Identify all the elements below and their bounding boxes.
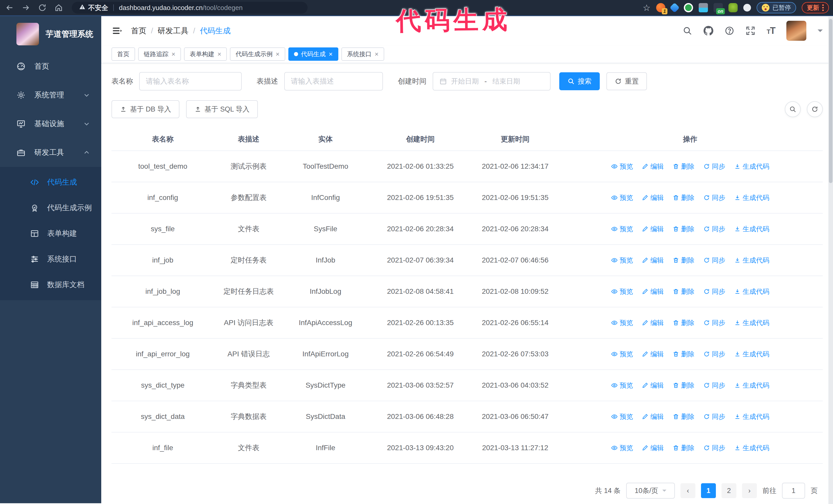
preview-link[interactable]: 预览 bbox=[611, 381, 633, 390]
sync-link[interactable]: 同步 bbox=[703, 412, 725, 421]
fullscreen-icon[interactable] bbox=[745, 26, 755, 35]
delete-link[interactable]: 删除 bbox=[672, 256, 695, 265]
profile-paused-badge[interactable]: 已暂停 bbox=[757, 2, 796, 13]
back-icon[interactable] bbox=[5, 3, 14, 12]
delete-link[interactable]: 删除 bbox=[672, 193, 695, 202]
close-icon[interactable]: × bbox=[217, 51, 221, 57]
refresh-icon[interactable] bbox=[807, 101, 823, 117]
extension-icon[interactable] bbox=[699, 3, 708, 12]
table-name-input[interactable] bbox=[146, 77, 235, 86]
generate-code-link[interactable]: 生成代码 bbox=[734, 224, 769, 234]
sync-link[interactable]: 同步 bbox=[703, 287, 725, 296]
sync-link[interactable]: 同步 bbox=[703, 318, 725, 327]
delete-link[interactable]: 删除 bbox=[672, 443, 695, 453]
extension-icon[interactable]: on bbox=[714, 3, 723, 12]
delete-link[interactable]: 删除 bbox=[672, 224, 695, 234]
edit-link[interactable]: 编辑 bbox=[642, 287, 664, 296]
preview-link[interactable]: 预览 bbox=[611, 412, 633, 421]
preview-link[interactable]: 预览 bbox=[611, 287, 633, 296]
preview-link[interactable]: 预览 bbox=[611, 162, 633, 171]
security-warning[interactable]: 不安全 bbox=[79, 3, 108, 12]
search-button[interactable]: 搜索 bbox=[559, 72, 600, 90]
generate-code-link[interactable]: 生成代码 bbox=[734, 162, 769, 171]
preview-link[interactable]: 预览 bbox=[611, 224, 633, 234]
sidebar-subitem-db-doc[interactable]: 数据库文档 bbox=[0, 272, 101, 297]
browser-update-button[interactable]: 更新 bbox=[802, 2, 829, 13]
forward-icon[interactable] bbox=[22, 3, 30, 12]
delete-link[interactable]: 删除 bbox=[672, 318, 695, 327]
sync-link[interactable]: 同步 bbox=[703, 162, 725, 171]
preview-link[interactable]: 预览 bbox=[611, 443, 633, 453]
user-avatar[interactable] bbox=[786, 21, 806, 41]
sync-link[interactable]: 同步 bbox=[703, 381, 725, 390]
preview-link[interactable]: 预览 bbox=[611, 193, 633, 202]
sidebar-subitem-codegen-demo[interactable]: 代码生成示例 bbox=[0, 195, 101, 221]
sidebar-item-home[interactable]: 首页 bbox=[0, 52, 101, 81]
tab[interactable]: 系统接口 × bbox=[341, 47, 384, 61]
home-icon[interactable] bbox=[54, 3, 63, 12]
preview-link[interactable]: 预览 bbox=[611, 256, 633, 265]
browser-menu-icon[interactable] bbox=[822, 3, 824, 12]
edit-link[interactable]: 编辑 bbox=[642, 162, 664, 171]
extension-icon[interactable] bbox=[729, 3, 738, 12]
tab[interactable]: 首页 bbox=[112, 47, 135, 61]
puzzle-extensions-icon[interactable] bbox=[743, 4, 751, 11]
prev-page-button[interactable]: ‹ bbox=[681, 483, 695, 498]
sidebar-subitem-form-builder[interactable]: 表单构建 bbox=[0, 221, 101, 246]
delete-link[interactable]: 删除 bbox=[672, 162, 695, 171]
page-number-button[interactable]: 1 bbox=[701, 483, 716, 498]
generate-code-link[interactable]: 生成代码 bbox=[734, 443, 769, 453]
delete-link[interactable]: 删除 bbox=[672, 350, 695, 359]
font-size-icon[interactable]: TT bbox=[767, 25, 775, 36]
delete-link[interactable]: 删除 bbox=[672, 381, 695, 390]
edit-link[interactable]: 编辑 bbox=[642, 318, 664, 327]
edit-link[interactable]: 编辑 bbox=[642, 412, 664, 421]
edit-link[interactable]: 编辑 bbox=[642, 350, 664, 359]
tab[interactable]: 代码生成 × bbox=[288, 47, 338, 61]
address-bar[interactable]: 不安全 dashboard.yudao.iocoder.cn /tool/cod… bbox=[72, 2, 308, 14]
close-icon[interactable]: × bbox=[375, 51, 379, 57]
window-scrollbar[interactable] bbox=[828, 17, 833, 504]
preview-link[interactable]: 预览 bbox=[611, 318, 633, 327]
extension-icon[interactable]: 1 bbox=[656, 3, 665, 12]
edit-link[interactable]: 编辑 bbox=[642, 224, 664, 234]
extension-icon[interactable] bbox=[684, 3, 693, 12]
date-range-picker[interactable]: 开始日期 - 结束日期 bbox=[433, 72, 551, 91]
breadcrumb-home[interactable]: 首页 bbox=[131, 26, 146, 36]
sync-link[interactable]: 同步 bbox=[703, 224, 725, 234]
sync-link[interactable]: 同步 bbox=[703, 193, 725, 202]
sidebar-item-system[interactable]: 系统管理 bbox=[0, 81, 101, 110]
close-icon[interactable]: × bbox=[276, 51, 279, 57]
sidebar-item-infra[interactable]: 基础设施 bbox=[0, 110, 101, 138]
import-db-button[interactable]: 基于 DB 导入 bbox=[112, 100, 180, 118]
search-icon[interactable] bbox=[683, 26, 692, 35]
tab[interactable]: 代码生成示例 × bbox=[230, 47, 285, 61]
tab[interactable]: 链路追踪 × bbox=[138, 47, 181, 61]
edit-link[interactable]: 编辑 bbox=[642, 193, 664, 202]
close-icon[interactable]: × bbox=[171, 51, 175, 57]
goto-page-input[interactable] bbox=[782, 483, 805, 499]
bookmark-star-icon[interactable]: ☆ bbox=[643, 3, 650, 12]
scrollbar-thumb[interactable] bbox=[829, 19, 832, 183]
app-logo-row[interactable]: 芋道管理系统 bbox=[0, 16, 101, 52]
generate-code-link[interactable]: 生成代码 bbox=[734, 381, 769, 390]
edit-link[interactable]: 编辑 bbox=[642, 256, 664, 265]
sidebar-subitem-system-api[interactable]: 系统接口 bbox=[0, 246, 101, 272]
close-icon[interactable]: × bbox=[329, 51, 333, 57]
import-sql-button[interactable]: 基于 SQL 导入 bbox=[186, 100, 258, 118]
sync-link[interactable]: 同步 bbox=[703, 256, 725, 265]
generate-code-link[interactable]: 生成代码 bbox=[734, 287, 769, 296]
sync-link[interactable]: 同步 bbox=[703, 443, 725, 453]
generate-code-link[interactable]: 生成代码 bbox=[734, 412, 769, 421]
delete-link[interactable]: 删除 bbox=[672, 412, 695, 421]
table-desc-input[interactable] bbox=[291, 77, 376, 86]
generate-code-link[interactable]: 生成代码 bbox=[734, 193, 769, 202]
delete-link[interactable]: 删除 bbox=[672, 287, 695, 296]
user-menu-caret-icon[interactable] bbox=[818, 29, 823, 34]
next-page-button[interactable]: › bbox=[742, 483, 757, 498]
hamburger-icon[interactable] bbox=[112, 25, 122, 36]
sync-link[interactable]: 同步 bbox=[703, 350, 725, 359]
generate-code-link[interactable]: 生成代码 bbox=[734, 318, 769, 327]
extension-icon[interactable] bbox=[669, 3, 680, 13]
toggle-search-icon[interactable] bbox=[785, 101, 801, 117]
